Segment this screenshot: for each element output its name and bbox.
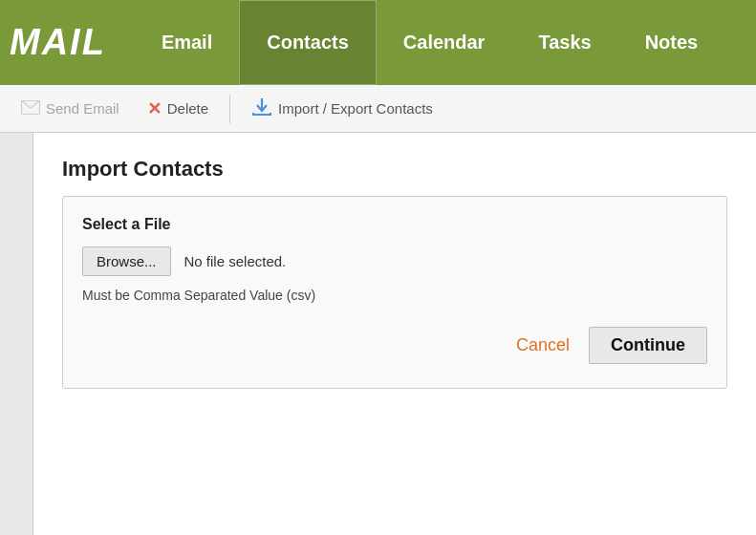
csv-hint: Must be Comma Separated Value (csv) xyxy=(82,288,707,303)
sidebar xyxy=(0,133,33,535)
content-area: Import Contacts Select a File Browse... … xyxy=(33,133,756,535)
nav-tasks[interactable]: Tasks xyxy=(511,0,617,85)
import-box: Select a File Browse... No file selected… xyxy=(62,196,727,389)
main-area: Import Contacts Select a File Browse... … xyxy=(0,133,756,535)
file-row: Browse... No file selected. xyxy=(82,246,707,276)
delete-label: Delete xyxy=(167,100,208,117)
import-title: Import Contacts xyxy=(62,157,727,182)
nav-calendar[interactable]: Calendar xyxy=(377,0,512,85)
select-file-label: Select a File xyxy=(82,216,707,233)
import-export-label: Import / Export Contacts xyxy=(278,100,433,117)
nav-email[interactable]: Email xyxy=(135,0,239,85)
no-file-text: No file selected. xyxy=(184,253,287,269)
toolbar: Send Email ✕ Delete Import / Export Cont… xyxy=(0,85,756,133)
continue-button[interactable]: Continue xyxy=(589,327,707,364)
import-icon xyxy=(251,96,272,120)
nav-contacts[interactable]: Contacts xyxy=(239,0,377,85)
delete-icon: ✕ xyxy=(147,98,162,119)
nav-notes[interactable]: Notes xyxy=(618,0,725,85)
logo: MAIL xyxy=(10,22,106,63)
import-export-button[interactable]: Import / Export Contacts xyxy=(240,91,444,126)
cancel-button[interactable]: Cancel xyxy=(516,335,570,355)
toolbar-divider xyxy=(229,95,230,123)
browse-button[interactable]: Browse... xyxy=(82,246,171,276)
envelope-icon xyxy=(21,100,40,118)
main-nav: Email Contacts Calendar Tasks Notes xyxy=(135,0,724,85)
delete-button[interactable]: ✕ Delete xyxy=(136,93,220,125)
send-email-button[interactable]: Send Email xyxy=(10,95,131,123)
header: MAIL Email Contacts Calendar Tasks Notes xyxy=(0,0,756,85)
send-email-label: Send Email xyxy=(46,100,119,117)
action-row: Cancel Continue xyxy=(82,327,707,364)
